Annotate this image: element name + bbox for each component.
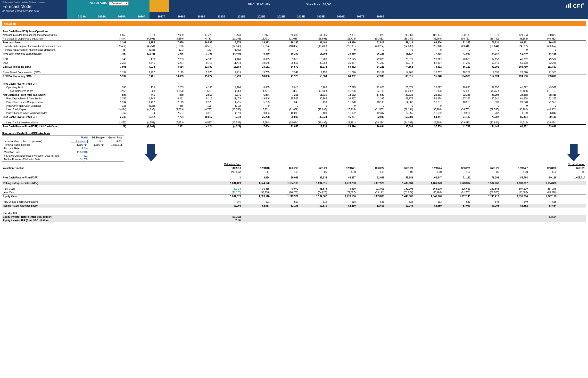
cell: (25,895) (299, 37, 328, 41)
cell: (22,261) (328, 121, 356, 125)
cell: 486 (156, 104, 184, 108)
cell: (71,097) (328, 190, 356, 194)
cell: (6,593) (184, 121, 213, 125)
cell: 544 (471, 200, 500, 204)
cell: (36,134) (385, 108, 414, 111)
model-subtitle: (in millions, except per share data) (2, 10, 65, 12)
cell: (36,762) (443, 37, 471, 41)
row-fcf-less-cap-leases: Free cash flow less capital leases(348)(… (2, 52, 586, 56)
cell: 41,947 (443, 52, 471, 56)
cell: 1.00 (328, 170, 356, 174)
cell: (31,552) (356, 108, 385, 111)
cell: (147) (184, 48, 213, 52)
cell: 22,828 (356, 57, 385, 61)
cell: 12/31/24 (414, 166, 443, 170)
cell: (89,898) (529, 190, 558, 194)
cell: (348) (98, 52, 127, 56)
cell: 41,792 (500, 57, 529, 61)
cell: 1,113,971 (271, 194, 299, 198)
cell: 745 (98, 57, 127, 61)
row-da: D&A3,2534,7466,2818,11611,47819,54625,56… (2, 61, 586, 65)
cell: 0 (385, 104, 414, 108)
row-ebit: EBIT7451782,2334,1864,1068,6059,01315,26… (2, 57, 586, 61)
cell (98, 162, 127, 166)
cell: 23,359 (328, 52, 356, 56)
cell: 2,109 (98, 41, 127, 45)
row-label: Free Cash Flow to Firm (FCFF) (2, 176, 98, 179)
npv-block: NPV: $1,031,429 (229, 1, 289, 11)
cell: 0 (471, 48, 500, 52)
cell: 4,746 (127, 97, 156, 100)
cell: 45,620 (328, 41, 356, 45)
row-op-profit: Operating Profit7451782,2334,1864,1068,6… (2, 86, 586, 89)
tv-exit-multiple[interactable]: 12.0x (90, 139, 107, 143)
cell: (39,740) (471, 37, 500, 41)
market-price-value[interactable]: $1,755 (69, 158, 90, 161)
row-label: Rolling Enterprise Value (NPV) (2, 181, 98, 185)
cfi-logo: CFI ® (562, 1, 588, 11)
cell (356, 162, 385, 166)
cell: 4,224 (184, 125, 213, 129)
cell: 13,582 (328, 93, 356, 97)
cell: 501 (213, 200, 242, 204)
cell (242, 215, 271, 219)
cell: 4,215 (213, 100, 242, 104)
cell: 25,298 (242, 115, 271, 119)
cell: 1,976 (156, 52, 184, 56)
cell: 4,106 (213, 86, 242, 89)
cell (500, 162, 529, 166)
scenario-dropdown[interactable]: Consensus (109, 1, 129, 6)
cell: (5,353) (156, 121, 184, 125)
cell: 90,441 (529, 41, 557, 45)
cell: (47,175) (213, 190, 242, 194)
valuation-date-value[interactable]: 11/9/2018 (69, 150, 90, 154)
cell: (24,089) (385, 121, 414, 125)
cell: 1.00 (443, 170, 471, 174)
cell: (4,589) (156, 108, 184, 111)
cell: (109) (98, 125, 127, 129)
cell: 8,767 (471, 111, 500, 115)
cell: 7,349 (271, 100, 299, 104)
cell: (237) (98, 89, 127, 93)
cell: (18,496) (299, 44, 328, 48)
discount-rate-value[interactable]: 9.0% (69, 147, 90, 150)
model-title: Forecast Model (2, 4, 65, 9)
tv-growth-rate[interactable]: 4.0% (107, 139, 124, 143)
tv-option-selector[interactable]: Exit Multiple (71, 140, 88, 143)
cell: (2,452) (98, 121, 127, 125)
cell (127, 166, 156, 170)
cell: 12/31/18 (242, 166, 271, 170)
cell: 1,461,973 (414, 181, 443, 185)
cell: (26,024) (529, 121, 557, 125)
cell (127, 215, 156, 219)
cell: 4,215 (213, 70, 242, 74)
cell: (23,844) (471, 121, 500, 125)
cell: 12/31/28 (558, 166, 586, 170)
cell: (36,134) (385, 37, 414, 41)
equity-investor-irr-row: Equity Investor IRR (After SBC dilution)… (2, 219, 586, 222)
cell: 1.00 (500, 170, 529, 174)
row-fcff-all-cash-capex: Free Cash Flow to Firm (FCFF) If All Cas… (2, 125, 586, 129)
cell: (3,943) (328, 89, 356, 93)
cell: 125 (98, 104, 127, 108)
cell: $2,889 (414, 204, 443, 208)
less-debt-row: Less: Debt(47,175)(53,970)(60,262)(64,62… (2, 190, 586, 194)
cell: (3,444) (98, 37, 127, 41)
cell: 1,449,506 (385, 194, 414, 198)
cell (156, 190, 184, 194)
cell: 47,974 (385, 61, 414, 65)
cell: 89,815 (385, 74, 414, 78)
cell (558, 70, 586, 74)
cell (98, 176, 127, 179)
cell: (1,353) (156, 89, 184, 93)
timeline-table: Valuation DateTerminal ValueValuation Ti… (2, 162, 586, 222)
equity-investor-return-row: Equity Investor Return (After SBC diluti… (2, 215, 586, 219)
cell: 8,116 (184, 61, 213, 65)
shares-outstanding-value[interactable]: 501 (69, 154, 90, 158)
row-label: Free Cash Flow to Firm (FCFF) (2, 115, 98, 119)
cell (385, 215, 414, 219)
cell: 23,996 (328, 125, 356, 129)
cell (558, 93, 586, 97)
row-ebitda-ex-sbc: EBITDA (Excluding SBC)5,1326,42110,63315… (2, 74, 586, 78)
cell (385, 219, 414, 222)
